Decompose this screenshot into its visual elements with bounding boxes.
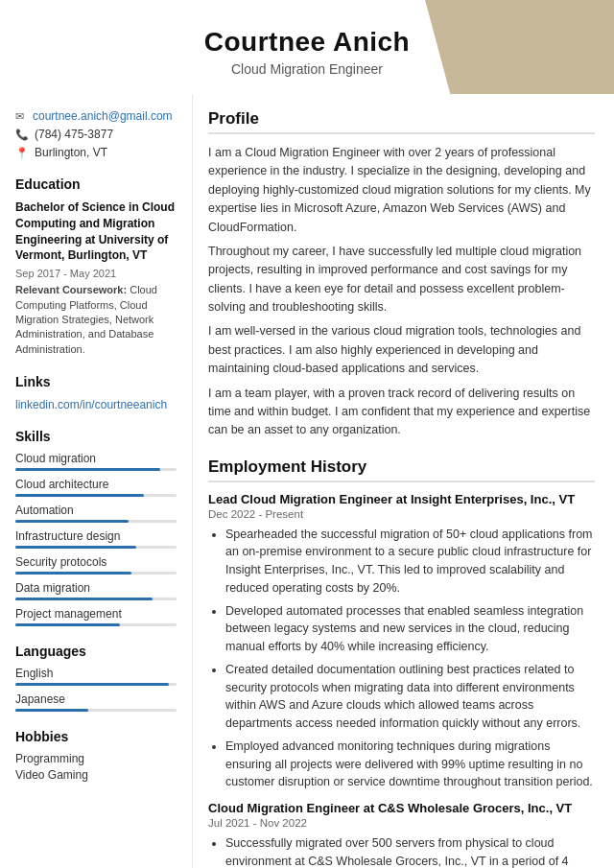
hobbies-section: Hobbies ProgrammingVideo Gaming (15, 729, 177, 782)
skill-bar-bg (15, 598, 177, 600)
skill-bar-fill (15, 598, 153, 600)
hobbies-title: Hobbies (15, 729, 177, 744)
skill-item: Automation (15, 504, 177, 523)
skill-name: Cloud architecture (15, 478, 177, 491)
skill-bar-bg (15, 623, 177, 626)
languages-section: Languages English Japanese (15, 644, 177, 712)
education-degree: Bachelor of Science in Cloud Computing a… (15, 199, 177, 264)
job-entry: Lead Cloud Migration Engineer at Insight… (208, 492, 595, 792)
email-item: ✉ courtnee.anich@gmail.com (15, 109, 177, 123)
education-date: Sep 2017 - May 2021 (15, 268, 177, 279)
linkedin-link[interactable]: linkedin.com/in/courtneeanich (15, 398, 167, 411)
hobby-item: Video Gaming (15, 768, 177, 782)
skill-name: Infrastructure design (15, 529, 177, 543)
profile-paragraph: Throughout my career, I have successfull… (208, 243, 595, 317)
languages-list: English Japanese (15, 667, 177, 712)
skill-name: Project management (15, 607, 177, 621)
candidate-title: Cloud Migration Engineer (19, 61, 595, 77)
links-title: Links (15, 374, 177, 389)
skill-item: Project management (15, 607, 177, 626)
language-name: Japanese (15, 692, 177, 706)
skill-bar-fill (15, 494, 144, 497)
skill-bar-bg (15, 546, 177, 549)
job-bullet: Employed advanced monitoring techniques … (225, 738, 595, 791)
job-bullets: Spearheaded the successful migration of … (208, 526, 595, 792)
profile-paragraph: I am a team player, with a proven track … (208, 385, 595, 440)
employment-title: Employment History (208, 457, 595, 482)
profile-paragraph: I am a Cloud Migration Engineer with ove… (208, 144, 595, 237)
profile-paragraph: I am well-versed in the various cloud mi… (208, 322, 595, 378)
skill-item: Security protocols (15, 555, 177, 575)
job-bullet: Successfully migrated over 500 servers f… (225, 834, 595, 868)
job-bullet: Developed automated processes that enabl… (225, 602, 595, 656)
linkedin-item: linkedin.com/in/courtneeanich (15, 397, 177, 411)
phone-item: 📞 (784) 475-3877 (15, 128, 177, 141)
language-bar-bg (15, 709, 177, 712)
employment-section: Employment History Lead Cloud Migration … (208, 457, 595, 868)
phone-text: (784) 475-3877 (35, 128, 113, 141)
location-text: Burlington, VT (35, 146, 107, 159)
body-layout: ✉ courtnee.anich@gmail.com 📞 (784) 475-3… (0, 94, 614, 868)
skill-bar-fill (15, 572, 131, 575)
job-date: Dec 2022 - Present (208, 508, 595, 520)
job-bullet: Created detailed documentation outlining… (225, 661, 595, 733)
job-entry: Cloud Migration Engineer at C&S Wholesal… (208, 801, 595, 868)
skill-item: Cloud architecture (15, 478, 177, 497)
coursework-label: Relevant Coursework: (15, 284, 127, 295)
skills-title: Skills (15, 429, 177, 444)
jobs-list: Lead Cloud Migration Engineer at Insight… (208, 492, 595, 868)
job-title: Cloud Migration Engineer at C&S Wholesal… (208, 801, 595, 815)
job-date: Jul 2021 - Nov 2022 (208, 817, 595, 829)
hobbies-list: ProgrammingVideo Gaming (15, 752, 177, 782)
education-section: Education Bachelor of Science in Cloud C… (15, 176, 177, 357)
skills-list: Cloud migration Cloud architecture Autom… (15, 452, 177, 626)
email-link[interactable]: courtnee.anich@gmail.com (33, 109, 173, 123)
language-name: English (15, 667, 177, 680)
skill-bar-fill (15, 546, 136, 549)
profile-text: I am a Cloud Migration Engineer with ove… (208, 144, 595, 440)
skill-bar-fill (15, 468, 160, 471)
skill-item: Infrastructure design (15, 529, 177, 549)
header: Courtnee Anich Cloud Migration Engineer (0, 0, 614, 94)
language-bar-fill (15, 683, 169, 686)
skills-section: Skills Cloud migration Cloud architectur… (15, 429, 177, 626)
location-item: 📍 Burlington, VT (15, 146, 177, 159)
job-title: Lead Cloud Migration Engineer at Insight… (208, 492, 595, 506)
skill-name: Data migration (15, 581, 177, 595)
education-title: Education (15, 176, 177, 192)
language-item: English (15, 667, 177, 686)
skill-item: Data migration (15, 581, 177, 600)
skill-bar-bg (15, 572, 177, 575)
education-coursework: Relevant Coursework: Cloud Computing Pla… (15, 283, 177, 357)
languages-title: Languages (15, 644, 177, 659)
links-section: Links linkedin.com/in/courtneeanich (15, 374, 177, 411)
main-content: Profile I am a Cloud Migration Engineer … (192, 94, 614, 868)
sidebar: ✉ courtnee.anich@gmail.com 📞 (784) 475-3… (0, 94, 192, 868)
skill-name: Cloud migration (15, 452, 177, 465)
hobby-item: Programming (15, 752, 177, 765)
language-bar-bg (15, 683, 177, 686)
phone-icon: 📞 (15, 129, 29, 141)
profile-title: Profile (208, 109, 595, 134)
language-bar-fill (15, 709, 88, 712)
skill-name: Automation (15, 504, 177, 517)
skill-bar-fill (15, 623, 120, 626)
location-icon: 📍 (15, 147, 29, 159)
skill-bar-bg (15, 494, 177, 497)
language-item: Japanese (15, 692, 177, 712)
skill-item: Cloud migration (15, 452, 177, 471)
job-bullets: Successfully migrated over 500 servers f… (208, 834, 595, 868)
contact-section: ✉ courtnee.anich@gmail.com 📞 (784) 475-3… (15, 109, 177, 159)
candidate-name: Courtnee Anich (19, 27, 595, 58)
skill-bar-bg (15, 520, 177, 523)
job-bullet: Spearheaded the successful migration of … (225, 526, 595, 598)
skill-name: Security protocols (15, 555, 177, 569)
skill-bar-bg (15, 468, 177, 471)
skill-bar-fill (15, 520, 129, 523)
email-icon: ✉ (15, 110, 27, 123)
profile-section: Profile I am a Cloud Migration Engineer … (208, 109, 595, 440)
